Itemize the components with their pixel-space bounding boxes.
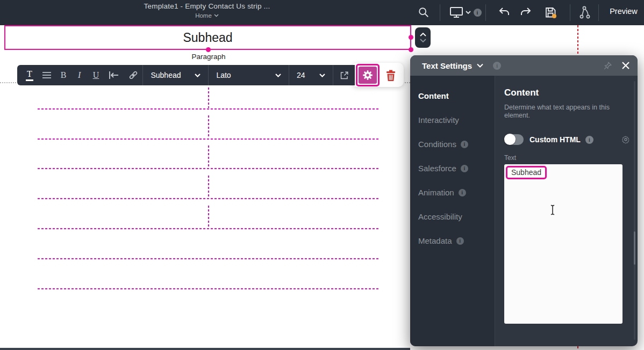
undo-button[interactable] <box>495 3 514 21</box>
undo-icon <box>498 6 511 18</box>
text-style-dropdown[interactable]: Subhead <box>143 65 208 85</box>
resize-handle-bottom-center[interactable] <box>206 47 211 52</box>
chevron-down-icon <box>195 74 201 77</box>
topbar-divider <box>598 4 599 21</box>
underline-button[interactable]: U <box>88 65 105 85</box>
bold-button[interactable]: B <box>55 65 71 85</box>
text-element-content[interactable]: Subhead <box>5 26 410 49</box>
popout-button[interactable] <box>333 65 355 85</box>
h-layout-guide <box>38 108 380 110</box>
site-title-block: Template1 - Empty Contact Us strip ... H… <box>46 2 368 20</box>
h-layout-guide <box>38 228 380 229</box>
italic-button[interactable]: I <box>71 65 88 85</box>
versions-button[interactable] <box>575 3 595 21</box>
panel-scrollbar[interactable] <box>634 81 635 340</box>
pin-icon[interactable] <box>603 61 612 70</box>
save-button[interactable] <box>541 3 560 21</box>
top-bar: Template1 - Empty Contact Us strip ... H… <box>0 0 644 25</box>
font-family-dropdown[interactable]: Lato <box>209 65 289 85</box>
font-size-value: 24 <box>297 71 305 79</box>
close-icon[interactable] <box>621 61 630 70</box>
page-selector-label: Home <box>195 12 212 19</box>
align-button[interactable] <box>39 65 56 85</box>
toggle-knob <box>504 134 516 145</box>
v-layout-guide <box>208 145 209 167</box>
external-link-icon <box>339 70 349 81</box>
trash-icon <box>385 69 397 82</box>
text-cursor-ibeam <box>549 203 556 216</box>
italic-glyph: I <box>78 70 81 80</box>
scrollbar-thumb[interactable] <box>634 231 635 265</box>
element-type-label: Paragraph <box>155 53 262 61</box>
editor-window: Template1 - Empty Contact Us strip ... H… <box>0 0 644 350</box>
nav-item-metadata[interactable]: Metadatai <box>418 236 495 246</box>
font-family-value: Lato <box>216 71 231 79</box>
resize-handle-bottom-right[interactable] <box>409 47 413 52</box>
chevron-up-icon[interactable] <box>420 33 426 37</box>
selected-text-element[interactable]: Subhead <box>4 25 411 50</box>
indent-left-icon <box>108 71 120 79</box>
custom-html-toggle[interactable] <box>504 134 524 145</box>
info-icon: i <box>461 165 468 172</box>
underline-glyph: U <box>93 70 99 80</box>
page-selector[interactable]: Home <box>195 12 219 19</box>
device-info-badge[interactable]: i <box>473 3 482 21</box>
nav-item-accessibility[interactable]: Accessibility <box>418 212 495 222</box>
panel-header[interactable]: Text Settings i <box>410 55 638 76</box>
info-icon[interactable]: i <box>585 136 593 144</box>
content-heading: Content <box>504 88 539 98</box>
redo-button[interactable] <box>516 3 535 21</box>
link-button[interactable] <box>124 65 143 85</box>
text-content-textarea[interactable]: Subhead <box>504 164 622 324</box>
chevron-down-icon[interactable] <box>420 39 426 42</box>
save-icon <box>544 6 557 19</box>
text-style-button[interactable]: T <box>20 65 39 85</box>
text-settings-button[interactable] <box>359 67 377 84</box>
v-layout-guide <box>208 176 209 198</box>
device-preview-button[interactable] <box>446 3 467 21</box>
text-style-value: Subhead <box>151 71 181 79</box>
info-icon: i <box>459 189 466 196</box>
nav-item-content[interactable]: Content <box>418 91 495 101</box>
desktop-icon <box>449 6 464 19</box>
search-button[interactable] <box>414 3 433 21</box>
v-layout-guide <box>208 88 209 108</box>
panel-content: Content Determine what text appears in t… <box>495 76 638 346</box>
font-size-dropdown[interactable]: 24 <box>289 65 333 85</box>
info-icon[interactable]: i <box>493 62 501 70</box>
preview-button[interactable]: Preview <box>603 7 644 16</box>
text-style-glyph: T <box>26 69 33 81</box>
nav-item-conditions[interactable]: Conditionsi <box>418 139 495 150</box>
h-layout-guide <box>38 258 380 259</box>
panel-title: Text Settings <box>422 61 472 70</box>
chevron-down-icon[interactable] <box>477 63 483 68</box>
topbar-divider <box>485 4 486 21</box>
resize-handle-right[interactable] <box>409 35 413 40</box>
panel-body: Content Interactivity Conditionsi Salesf… <box>410 76 638 346</box>
nav-item-salesforce[interactable]: Salesforcei <box>418 163 495 174</box>
red-section-guide-bottom <box>577 346 578 350</box>
chevron-down-icon <box>466 11 471 14</box>
topbar-divider <box>570 4 570 21</box>
device-dropdown-chevron[interactable] <box>464 3 472 21</box>
indent-button[interactable] <box>104 65 124 85</box>
nav-item-animation[interactable]: Animationi <box>418 187 495 198</box>
h-layout-guide <box>38 288 380 289</box>
gear-icon[interactable] <box>621 135 630 144</box>
panel-nav: Content Interactivity Conditionsi Salesf… <box>410 76 495 346</box>
nav-item-interactivity[interactable]: Interactivity <box>418 115 495 126</box>
redo-icon <box>519 6 532 18</box>
site-title: Template1 - Empty Contact Us strip ... <box>46 2 368 10</box>
text-settings-button-highlight[interactable] <box>356 64 380 86</box>
topbar-divider <box>440 4 440 21</box>
search-icon <box>418 6 430 18</box>
align-icon <box>42 71 52 79</box>
bold-glyph: B <box>61 70 67 80</box>
chevron-down-icon <box>275 74 281 77</box>
move-element-stepper[interactable] <box>415 27 431 48</box>
section-bottom-edge <box>0 348 410 350</box>
text-settings-panel: Text Settings i Content Interactivity Co… <box>410 55 638 346</box>
custom-html-row: Custom HTML i <box>504 134 630 145</box>
text-value-highlight[interactable]: Subhead <box>506 166 547 179</box>
delete-element-button[interactable] <box>385 69 398 82</box>
